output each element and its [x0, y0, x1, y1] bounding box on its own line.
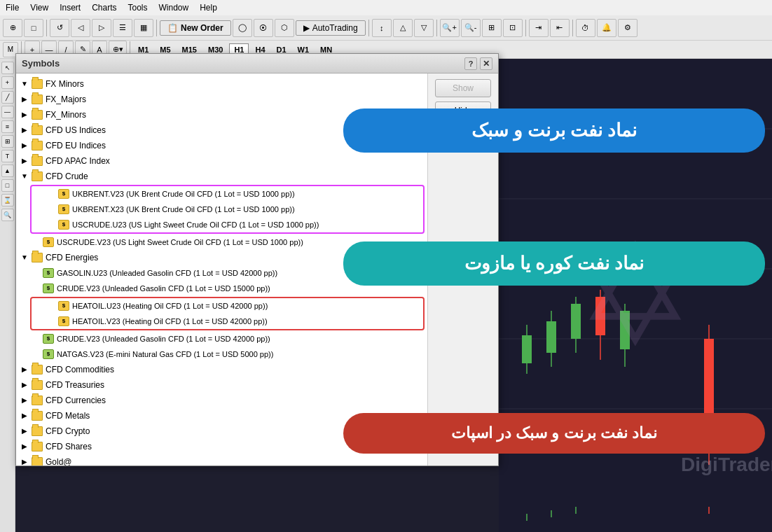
toolbar-btn-10[interactable]: ⬡ [275, 19, 294, 37]
toolbar-btn-19[interactable]: ⇤ [550, 19, 570, 37]
svg-rect-10 [571, 304, 581, 339]
svg-rect-8 [546, 321, 556, 353]
toolbar-btn-1[interactable]: ⊕ [3, 19, 22, 37]
svg-rect-12 [595, 297, 605, 335]
folder-icon-fx-majors [32, 94, 43, 104]
tree-fx-minors[interactable]: ▼ FX Minors [16, 76, 427, 92]
cfd-commodities-label: CFD Commodities [46, 363, 114, 376]
tree-ukbrent-x23[interactable]: $ UKBRENT.X23 (UK Brent Crude Oil CFD (1… [32, 202, 423, 217]
toolbar-btn-21[interactable]: 🔔 [597, 19, 616, 37]
toolbar-btn-22[interactable]: ⚙ [618, 19, 637, 37]
tree-heatoil-u23[interactable]: $ HEATOIL.U23 (Heating Oil CFD (1 Lot = … [32, 298, 423, 314]
folder-icon-cfd-commodities [32, 365, 43, 374]
tree-heatoil-v23[interactable]: $ HEATOIL.V23 (Heating Oil CFD (1 Lot = … [32, 314, 423, 329]
dialog-title-text: Symbols [22, 58, 60, 69]
tree-cfd-apac[interactable]: ▶ CFD APAC Index [16, 153, 427, 169]
toolbar-btn-20[interactable]: ⏱ [576, 19, 595, 37]
ukbrent-x23-label: UKBRENT.X23 (UK Brent Crude Oil CFD (1 L… [72, 203, 295, 216]
symbol-icon-natgas: $ [43, 349, 54, 359]
left-btn-text[interactable]: T [1, 150, 14, 162]
tree-ukbrent-v23[interactable]: $ UKBRENT.V23 (UK Brent Crude Oil CFD (1… [32, 186, 423, 202]
fx-minors-label: FX Minors [46, 78, 84, 90]
folder-icon-gold [32, 457, 43, 465]
cfd-crude-label: CFD Crude [46, 170, 88, 183]
tree-cfd-currencies[interactable]: ▶ CFD Currencies [16, 393, 427, 408]
toolbar-btn-13[interactable]: ▽ [414, 19, 434, 37]
symbol-icon-crude2: $ [43, 334, 54, 344]
menu-window[interactable]: Window [159, 3, 189, 13]
toolbar-btn-14[interactable]: 🔍+ [440, 19, 460, 37]
gasolin-label: GASOLIN.U23 (Unleaded Gasolin CFD (1 Lot… [57, 267, 277, 279]
folder-icon-cfd-currencies [32, 396, 43, 405]
tree-cfd-commodities[interactable]: ▶ CFD Commodities [16, 362, 427, 377]
toolbar-btn-11[interactable]: ↕ [372, 19, 392, 37]
symbol-icon-crude-partial: $ [43, 284, 54, 293]
cfd-us-label: CFD US Indices [46, 124, 106, 136]
toolbar-sep-3 [368, 20, 369, 36]
tree-crude2[interactable]: $ CRUDE.V23 (Unleaded Gasolin CFD (1 Lot… [16, 331, 427, 346]
expander-fx-minors: ▼ [19, 78, 30, 90]
autotrading-button[interactable]: ▶ AutoTrading [296, 20, 366, 36]
toolbar-btn-16[interactable]: ⊞ [482, 19, 502, 37]
folder-icon-cfd-treasuries [32, 380, 43, 390]
dialog-close-button[interactable]: ✕ [480, 57, 492, 70]
expander-cfd-us: ▶ [19, 125, 30, 136]
left-btn-cursor[interactable]: ↖ [1, 62, 14, 74]
toolbar-sep-1 [46, 20, 47, 36]
left-btn-channel[interactable]: ≡ [1, 120, 14, 133]
toolbar-btn-8[interactable]: ◯ [233, 19, 252, 37]
toolbar-btn-12[interactable]: △ [393, 19, 413, 37]
menu-insert[interactable]: Insert [60, 3, 81, 13]
tree-uscrude-u23[interactable]: $ USCRUDE.U23 (US Light Sweet Crude Oil … [32, 217, 423, 232]
menu-file[interactable]: File [6, 3, 19, 13]
fx-majors-label: FX_Majors [46, 93, 86, 106]
left-btn-arrow[interactable]: ▲ [1, 164, 14, 177]
toolbar-btn-3[interactable]: ↺ [50, 19, 69, 37]
cfd-energies-label: CFD Energies [46, 251, 98, 264]
dialog-help-button[interactable]: ? [464, 57, 477, 70]
toolbar-btn-15[interactable]: 🔍- [461, 19, 481, 37]
uscrude-u23-label: USCRUDE.U23 (US Light Sweet Crude Oil CF… [72, 218, 319, 231]
toolbar-btn-17[interactable]: ⊡ [503, 19, 523, 37]
left-btn-zoom[interactable]: 🔍 [1, 209, 14, 221]
menu-help[interactable]: Help [200, 3, 217, 13]
main-toolbar: ⊕ □ ↺ ◁ ▷ ☰ ▦ 📋 New Order ◯ ⦿ ⬡ ▶ AutoTr… [0, 15, 772, 41]
ukbrent-v23-label: UKBRENT.V23 (UK Brent Crude Oil CFD (1 L… [72, 188, 295, 200]
autotrading-label: AutoTrading [312, 23, 358, 33]
tree-natgas[interactable]: $ NATGAS.V23 (E-mini Natural Gas CFD (1 … [16, 346, 427, 362]
bubble-1: نماد نفت برنت و سبک [343, 108, 765, 153]
show-button[interactable]: Show [435, 79, 491, 97]
left-btn-crosshair[interactable]: + [1, 76, 14, 89]
autotrading-icon: ▶ [303, 23, 310, 33]
folder-icon-cfd-energies [32, 253, 43, 262]
tree-gold[interactable]: ▶ Gold@ [16, 454, 427, 465]
tree-fx-majors[interactable]: ▶ FX_Majors [16, 92, 427, 107]
toolbar-btn-9[interactable]: ⦿ [254, 19, 273, 37]
menu-charts[interactable]: Charts [92, 3, 116, 13]
toolbar-btn-18[interactable]: ⇥ [529, 19, 549, 37]
gold-label: Gold@ [46, 456, 72, 465]
menu-tools[interactable]: Tools [128, 3, 148, 13]
toolbar-btn-4[interactable]: ◁ [71, 19, 90, 37]
symbol-icon-ukbrent-v23: $ [58, 189, 69, 199]
expander-cfd-commodities: ▶ [19, 364, 30, 375]
tree-cfd-treasuries[interactable]: ▶ CFD Treasuries [16, 377, 427, 393]
left-btn-rect[interactable]: □ [1, 179, 14, 192]
toolbar-btn-7[interactable]: ▦ [134, 19, 153, 37]
red-highlight-box: $ HEATOIL.U23 (Heating Oil CFD (1 Lot = … [30, 297, 425, 330]
symbol-icon-heatoil-u23: $ [58, 301, 69, 311]
folder-icon-cfd-crude [32, 172, 43, 181]
left-btn-line[interactable]: ╱ [1, 91, 14, 104]
toolbar-btn-5[interactable]: ▷ [92, 19, 111, 37]
left-btn-fib[interactable]: ⊞ [1, 135, 14, 148]
expander-cfd-metals: ▶ [19, 410, 30, 421]
tree-cfd-crude[interactable]: ▼ CFD Crude [16, 169, 427, 184]
menu-view[interactable]: View [30, 3, 48, 13]
toolbar-btn-2[interactable]: □ [24, 19, 43, 37]
toolbar-btn-6[interactable]: ☰ [113, 19, 132, 37]
left-btn-hline[interactable]: — [1, 106, 14, 118]
left-btn-period[interactable]: ⌛ [1, 194, 14, 206]
symbol-icon-heatoil-v23: $ [58, 316, 69, 326]
new-order-button[interactable]: 📋 New Order [160, 20, 231, 36]
dialog-titlebar[interactable]: Symbols ? ✕ [16, 54, 498, 74]
